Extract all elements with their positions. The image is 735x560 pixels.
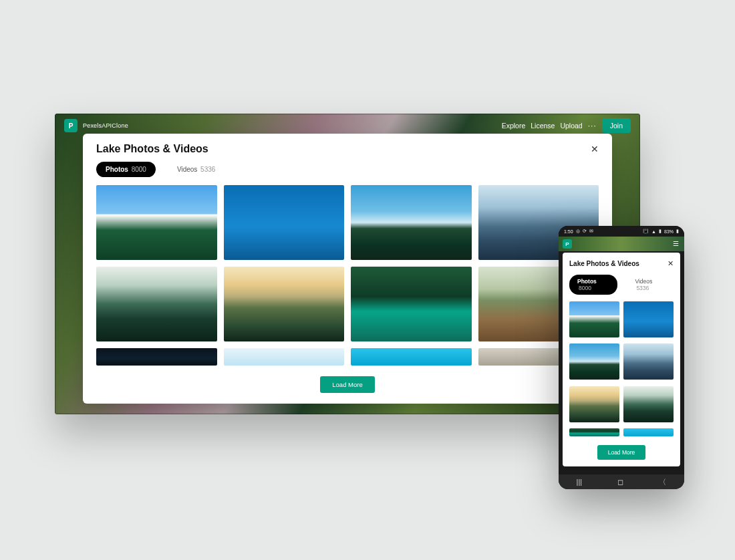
photo-thumb[interactable] bbox=[569, 343, 619, 380]
tabs: Photos 8000 Videos 5336 bbox=[569, 275, 674, 295]
photo-thumb[interactable] bbox=[351, 348, 472, 366]
phone-content: P ☰ Lake Photos & Videos ✕ Photos 8000 V… bbox=[559, 237, 684, 474]
android-home-icon[interactable]: ◻ bbox=[617, 478, 623, 486]
modal-title: Lake Photos & Videos bbox=[96, 143, 208, 155]
status-signal-icon: ▮ bbox=[659, 229, 662, 234]
photo-thumb[interactable] bbox=[224, 348, 345, 366]
desktop-window: P PexelsAPIClone Explore License Upload … bbox=[55, 114, 640, 414]
nav-license[interactable]: License bbox=[531, 122, 555, 130]
close-icon[interactable]: ✕ bbox=[668, 259, 674, 268]
load-more-button[interactable]: Load More bbox=[597, 445, 646, 460]
brand-logo[interactable]: P bbox=[64, 119, 78, 132]
tab-videos-count: 5336 bbox=[636, 285, 649, 291]
android-nav-bar: ||| ◻ 〈 bbox=[559, 474, 684, 489]
status-vibrate-icon: 📳 bbox=[643, 229, 649, 234]
tab-photos-count: 8000 bbox=[579, 285, 591, 291]
modal-header: Lake Photos & Videos ✕ bbox=[569, 259, 674, 268]
tab-videos-label: Videos bbox=[635, 278, 652, 285]
photo-thumb[interactable] bbox=[224, 185, 345, 260]
tab-photos-label: Photos bbox=[577, 278, 597, 285]
tab-videos-count: 5336 bbox=[200, 166, 215, 173]
tab-photos[interactable]: Photos 8000 bbox=[569, 275, 617, 295]
brand-name: PexelsAPIClone bbox=[83, 122, 128, 129]
mobile-navbar: P ☰ bbox=[559, 237, 684, 251]
android-back-icon[interactable]: 〈 bbox=[659, 477, 666, 487]
photo-thumb[interactable] bbox=[96, 185, 217, 260]
tab-videos[interactable]: Videos 5336 bbox=[627, 275, 674, 295]
photo-thumb[interactable] bbox=[224, 267, 345, 341]
photo-thumb[interactable] bbox=[569, 386, 619, 422]
search-modal: Lake Photos & Videos ✕ Photos 8000 Video… bbox=[83, 134, 612, 404]
photo-thumb[interactable] bbox=[623, 343, 674, 380]
photo-thumb[interactable] bbox=[623, 301, 674, 337]
tab-photos-label: Photos bbox=[106, 166, 128, 173]
brand-logo[interactable]: P bbox=[563, 239, 572, 249]
photo-thumb[interactable] bbox=[96, 267, 217, 341]
status-battery: 83% bbox=[664, 229, 674, 234]
status-time: 1:50 bbox=[564, 229, 573, 234]
tab-photos-count: 8000 bbox=[132, 166, 146, 173]
status-sync-icon: ⟳ bbox=[583, 229, 587, 234]
photo-thumb[interactable] bbox=[351, 185, 472, 260]
status-mail-icon: ✉ bbox=[589, 229, 593, 234]
nav-explore[interactable]: Explore bbox=[502, 122, 526, 130]
modal-header: Lake Photos & Videos ✕ bbox=[96, 143, 599, 155]
photo-grid bbox=[96, 185, 599, 366]
android-recent-icon[interactable]: ||| bbox=[577, 478, 583, 486]
photo-thumb[interactable] bbox=[351, 267, 472, 341]
photo-thumb[interactable] bbox=[569, 428, 619, 436]
tabs: Photos 8000 Videos 5336 bbox=[96, 162, 599, 177]
tab-videos-label: Videos bbox=[177, 166, 197, 173]
mobile-status-bar: 1:50 ◎ ⟳ ✉ 📳 ▲ ▮ 83% ▮ bbox=[559, 226, 684, 237]
photo-thumb[interactable] bbox=[96, 348, 217, 366]
load-more-button[interactable]: Load More bbox=[320, 376, 374, 393]
photo-thumb[interactable] bbox=[623, 386, 674, 422]
photo-thumb[interactable] bbox=[623, 428, 674, 436]
join-button[interactable]: Join bbox=[602, 118, 631, 133]
close-icon[interactable]: ✕ bbox=[591, 144, 599, 154]
status-battery-icon: ▮ bbox=[676, 229, 679, 234]
tab-photos[interactable]: Photos 8000 bbox=[96, 162, 156, 177]
search-modal-mobile: Lake Photos & Videos ✕ Photos 8000 Video… bbox=[563, 253, 680, 466]
photo-grid-wrapper bbox=[96, 185, 599, 367]
tab-videos[interactable]: Videos 5336 bbox=[168, 162, 225, 177]
modal-title: Lake Photos & Videos bbox=[569, 260, 639, 267]
photo-grid bbox=[569, 301, 674, 438]
menu-icon[interactable]: ☰ bbox=[673, 240, 679, 247]
nav-upload[interactable]: Upload bbox=[560, 122, 582, 130]
nav-more-icon[interactable]: ··· bbox=[588, 121, 597, 130]
phone-mock: 1:50 ◎ ⟳ ✉ 📳 ▲ ▮ 83% ▮ P ☰ Lake Photos &… bbox=[559, 226, 684, 489]
status-notif-icon: ◎ bbox=[576, 229, 580, 234]
status-wifi-icon: ▲ bbox=[651, 229, 656, 234]
photo-thumb[interactable] bbox=[569, 301, 619, 337]
